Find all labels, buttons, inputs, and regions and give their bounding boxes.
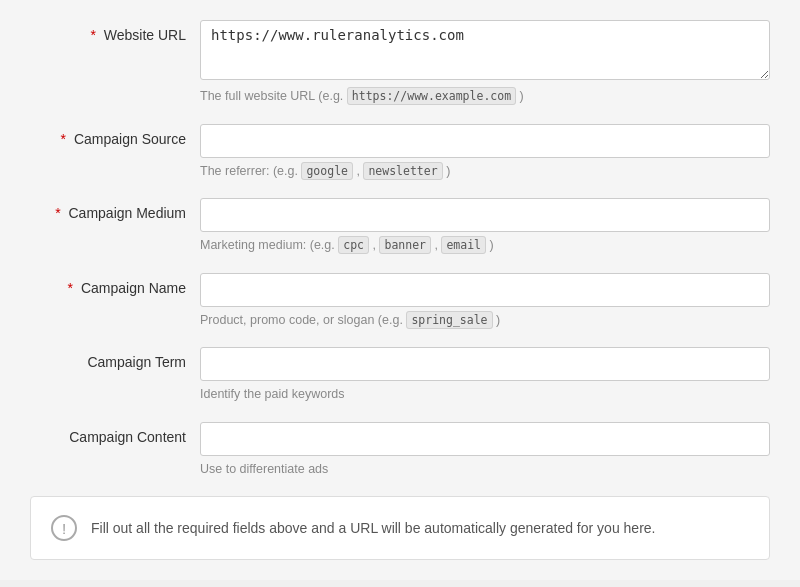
label-text-campaign-content: Campaign Content [69,429,186,445]
campaign-source-input[interactable] [200,124,770,158]
info-message: Fill out all the required fields above a… [91,520,655,536]
input-col-campaign-name: Product, promo code, or slogan (e.g. spr… [200,273,770,330]
label-website-url: * Website URL [30,20,200,43]
help-campaign-source: The referrer: (e.g. google , newsletter … [200,163,770,181]
label-text-campaign-name: Campaign Name [81,280,186,296]
label-campaign-medium: * Campaign Medium [30,198,200,221]
campaign-content-input[interactable] [200,422,770,456]
label-campaign-term: Campaign Term [30,347,200,370]
field-group-campaign-name: * Campaign Name Product, promo code, or … [30,273,770,330]
input-col-campaign-source: The referrer: (e.g. google , newsletter … [200,124,770,181]
campaign-name-input[interactable] [200,273,770,307]
website-url-input[interactable]: https://www.ruleranalytics.com [200,20,770,80]
help-campaign-name: Product, promo code, or slogan (e.g. spr… [200,312,770,330]
input-col-campaign-term: Identify the paid keywords [200,347,770,404]
form-container: * Website URL https://www.ruleranalytics… [0,0,800,580]
field-group-website-url: * Website URL https://www.ruleranalytics… [30,20,770,106]
input-col-campaign-content: Use to differentiate ads [200,422,770,479]
help-campaign-medium: Marketing medium: (e.g. cpc , banner , e… [200,237,770,255]
required-star-website-url: * [90,27,95,43]
field-group-campaign-content: Campaign Content Use to differentiate ad… [30,422,770,479]
campaign-medium-input[interactable] [200,198,770,232]
label-text-campaign-source: Campaign Source [74,131,186,147]
info-icon: ! [51,515,77,541]
required-star-source: * [61,131,66,147]
required-star-medium: * [55,205,60,221]
help-campaign-term: Identify the paid keywords [200,386,770,404]
field-group-campaign-term: Campaign Term Identify the paid keywords [30,347,770,404]
label-campaign-source: * Campaign Source [30,124,200,147]
field-group-campaign-source: * Campaign Source The referrer: (e.g. go… [30,124,770,181]
campaign-term-input[interactable] [200,347,770,381]
input-col-website-url: https://www.ruleranalytics.com The full … [200,20,770,106]
field-group-campaign-medium: * Campaign Medium Marketing medium: (e.g… [30,198,770,255]
input-col-campaign-medium: Marketing medium: (e.g. cpc , banner , e… [200,198,770,255]
label-campaign-name: * Campaign Name [30,273,200,296]
label-text-campaign-medium: Campaign Medium [69,205,187,221]
label-campaign-content: Campaign Content [30,422,200,445]
help-campaign-content: Use to differentiate ads [200,461,770,479]
help-website-url: The full website URL (e.g. https://www.e… [200,88,770,106]
required-star-name: * [68,280,73,296]
label-text-campaign-term: Campaign Term [87,354,186,370]
info-box: ! Fill out all the required fields above… [30,496,770,560]
label-text-website-url: Website URL [104,27,186,43]
